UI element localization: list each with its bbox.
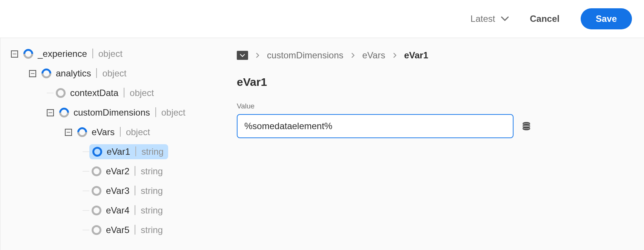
separator [135,225,135,235]
status-ring-icon [92,206,101,215]
breadcrumb-current: eVar1 [404,50,428,61]
collapse-icon[interactable] [11,50,18,58]
tree-node-experience[interactable]: _experience object [11,44,237,64]
status-ring-icon [92,147,102,157]
breadcrumb-item[interactable]: customDimensions [267,50,343,61]
collapse-icon[interactable] [65,129,72,136]
status-ring-icon [92,225,101,235]
separator [124,88,124,98]
tree-node-customdimensions[interactable]: customDimensions object [11,103,237,122]
tree-node-analytics[interactable]: analytics object [11,64,237,83]
node-label: contextData [70,88,118,98]
tree-connector [83,151,89,152]
node-label: _experience [38,49,87,59]
tree-node-evar4[interactable]: eVar4 string [11,201,237,220]
tree-node-evar3[interactable]: eVar3 string [11,181,237,201]
value-input[interactable] [237,114,514,138]
chevron-right-icon [256,52,259,58]
version-label: Latest [471,14,495,24]
collapse-icon[interactable] [47,109,54,116]
node-label: customDimensions [74,107,150,118]
node-type: object [130,88,154,98]
cancel-button[interactable]: Cancel [530,14,560,24]
chevron-right-icon [393,52,397,58]
node-type: object [161,107,186,118]
breadcrumb: customDimensions eVars eVar1 [237,50,644,61]
version-dropdown[interactable]: Latest [471,14,509,24]
tree-node-contextdata[interactable]: contextData object [11,83,237,103]
separator [135,186,135,195]
data-element-picker-icon[interactable] [521,121,532,131]
separator [120,127,121,137]
tree-node-evars[interactable]: eVars object [11,122,237,142]
chevron-right-icon [351,52,355,58]
status-ring-icon [56,88,66,98]
node-label: eVar2 [106,166,129,177]
node-type: string [141,166,163,177]
chevron-down-icon [501,17,509,21]
tree-connector [83,171,89,172]
node-label: eVars [92,127,115,137]
tree-connector [83,230,89,230]
node-type: object [126,127,150,137]
separator [96,68,97,78]
status-ring-icon [75,125,89,139]
status-ring-icon [92,166,101,176]
tree-node-evar1[interactable]: eVar1 string [11,142,237,162]
tree-connector [47,93,54,93]
node-type: string [141,225,163,235]
status-ring-icon [57,106,71,120]
schema-tree: _experience object analytics object cont… [0,38,237,250]
collapse-icon[interactable] [29,70,36,77]
value-field-label: Value [237,102,644,110]
tree-node-evar5[interactable]: eVar5 string [11,220,237,240]
node-type: object [102,68,126,79]
status-ring-icon [21,47,35,61]
save-button[interactable]: Save [581,8,632,29]
tree-node-evar2[interactable]: eVar2 string [11,162,237,181]
node-label: eVar4 [106,205,129,216]
separator [155,107,156,117]
separator [135,146,136,156]
tree-connector [83,191,89,191]
status-ring-icon [92,186,101,196]
root-folder-icon[interactable] [237,51,248,60]
page-title: eVar1 [237,76,644,88]
status-ring-icon [40,67,54,81]
node-type: string [141,205,163,216]
node-type: object [98,49,123,59]
breadcrumb-item[interactable]: eVars [362,50,385,61]
tree-connector [83,210,89,211]
node-type: string [141,186,163,196]
separator [92,49,93,58]
node-label: eVar5 [106,225,129,235]
separator [135,166,135,176]
separator [135,205,135,215]
node-type: string [141,146,164,157]
node-label: eVar1 [107,146,130,157]
selected-node-pill: eVar1 string [89,144,168,159]
node-label: analytics [56,68,91,79]
node-label: eVar3 [106,186,129,196]
